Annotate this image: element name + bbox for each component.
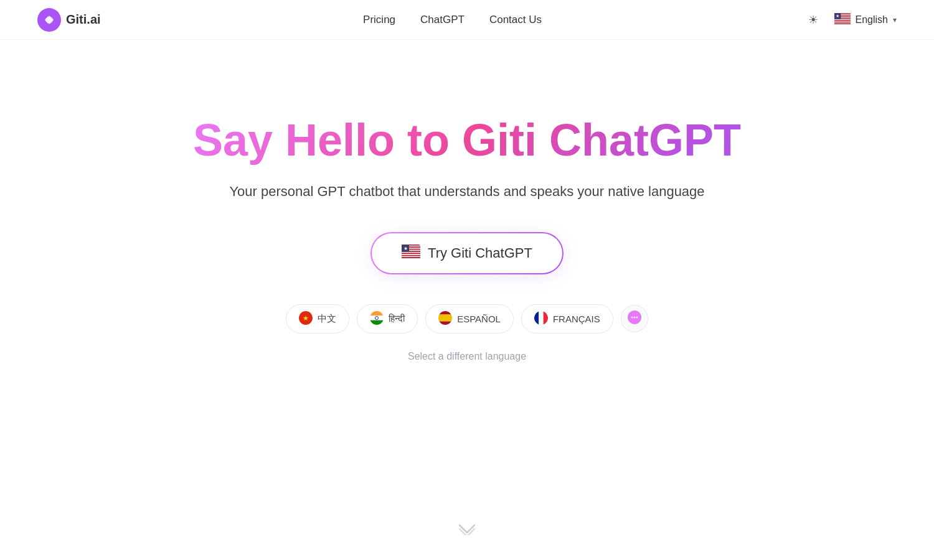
svg-rect-47 — [534, 311, 539, 325]
lang-pill-es[interactable]: ESPAÑOL — [425, 304, 514, 334]
chevron-down-icon: ▾ — [893, 16, 897, 24]
nav-link-contact[interactable]: Contact Us — [489, 14, 542, 26]
svg-rect-49 — [544, 311, 548, 325]
hi-flag-icon — [370, 311, 384, 327]
hi-label: हिन्दी — [389, 313, 405, 324]
svg-rect-44 — [438, 321, 452, 325]
hero-section: Say Hello to Giti ChatGPT Your personal … — [0, 40, 934, 362]
es-label: ESPAÑOL — [457, 314, 501, 324]
svg-rect-43 — [438, 314, 452, 321]
svg-rect-24 — [402, 252, 420, 253]
lang-pill-hi[interactable]: हिन्दी — [357, 304, 418, 334]
svg-rect-11 — [834, 21, 851, 21]
svg-rect-27 — [402, 255, 420, 256]
svg-rect-25 — [402, 253, 420, 254]
hero-subtitle: Your personal GPT chatbot that understan… — [229, 184, 704, 200]
more-languages-button[interactable] — [621, 305, 648, 332]
es-flag-icon — [438, 311, 452, 327]
theme-toggle-button[interactable]: ☀ — [804, 11, 822, 29]
svg-rect-13 — [834, 22, 851, 23]
more-icon — [628, 310, 641, 327]
logo-text: Giti.ai — [66, 12, 101, 27]
chevron-down-scroll-icon — [457, 523, 477, 535]
select-language-text: Select a different language — [408, 351, 526, 362]
zh-label: 中文 — [318, 313, 336, 325]
svg-rect-12 — [834, 21, 851, 22]
language-label: English — [856, 14, 888, 26]
cta-button[interactable]: ★ Try Giti ChatGPT — [370, 232, 564, 274]
svg-rect-36 — [370, 311, 384, 315]
zh-flag-icon: ★ — [299, 311, 313, 327]
cta-label: Try Giti ChatGPT — [428, 245, 532, 261]
svg-point-51 — [631, 316, 633, 318]
lang-pill-zh[interactable]: ★ 中文 — [286, 304, 349, 334]
svg-point-52 — [633, 316, 635, 318]
svg-rect-42 — [438, 311, 452, 315]
language-flag-icon: ★ — [834, 13, 851, 27]
fr-label: FRANÇAIS — [553, 314, 600, 324]
svg-point-53 — [636, 316, 638, 318]
svg-text:★: ★ — [403, 245, 408, 251]
cta-flag-icon: ★ — [402, 245, 420, 262]
svg-rect-10 — [834, 20, 851, 21]
language-pills: ★ 中文 हिन्दी — [286, 304, 648, 334]
logo-icon — [37, 8, 61, 32]
nav-link-pricing[interactable]: Pricing — [363, 14, 395, 26]
svg-rect-38 — [370, 320, 384, 324]
scroll-indicator — [457, 523, 477, 535]
language-selector-button[interactable]: ★ English ▾ — [834, 13, 897, 27]
logo[interactable]: Giti.ai — [37, 8, 101, 32]
svg-text:★: ★ — [303, 314, 309, 322]
nav-links: Pricing ChatGPT Contact Us — [363, 14, 542, 26]
navbar-right: ☀ — [804, 11, 897, 29]
nav-link-chatgpt[interactable]: ChatGPT — [420, 14, 465, 26]
hero-title: Say Hello to Giti ChatGPT — [193, 114, 741, 166]
svg-rect-26 — [402, 254, 420, 255]
svg-rect-9 — [834, 19, 851, 19]
fr-flag-icon — [534, 311, 548, 327]
svg-rect-29 — [402, 257, 420, 258]
lang-pill-fr[interactable]: FRANÇAIS — [521, 304, 613, 334]
svg-rect-14 — [834, 23, 851, 24]
sun-icon: ☀ — [808, 13, 818, 27]
navbar: Giti.ai Pricing ChatGPT Contact Us ☀ — [0, 0, 934, 40]
svg-rect-48 — [539, 311, 543, 325]
svg-text:★: ★ — [836, 14, 839, 18]
svg-rect-28 — [402, 256, 420, 257]
